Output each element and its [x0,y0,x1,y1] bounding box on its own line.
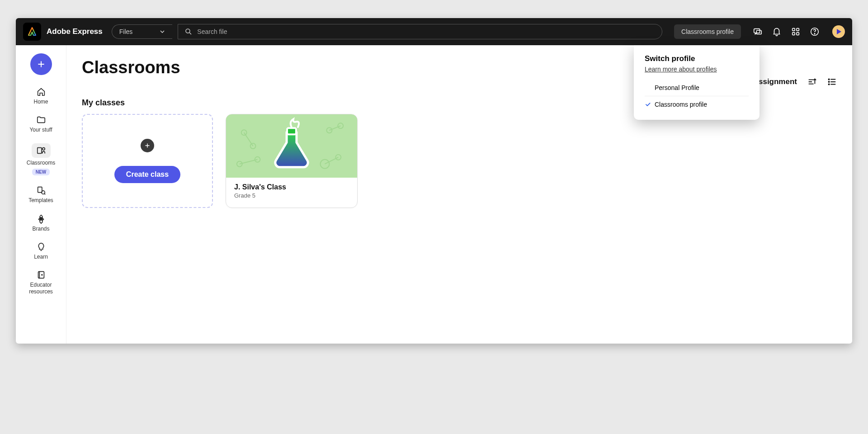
svg-point-17 [41,274,42,275]
class-card-body: J. Silva's Class Grade 5 [226,178,357,204]
check-icon [645,101,651,108]
folder-icon [36,115,46,125]
profile-option-classrooms[interactable]: Classrooms profile [645,96,749,113]
svg-line-1 [190,33,192,34]
svg-rect-4 [793,28,795,31]
panel-title: Switch profile [645,54,749,63]
brands-icon: B [36,214,46,224]
list-view-icon[interactable] [827,77,837,87]
nav-label: Home [33,99,48,105]
adobe-express-logo-icon [27,26,38,37]
sidebar-item-learn[interactable]: Learn [16,239,66,263]
app-logo[interactable] [23,23,41,41]
grid-icon[interactable] [791,27,801,37]
nav-label: Learn [34,254,48,260]
learn-more-profiles-link[interactable]: Learn more about profiles [645,66,717,73]
sidebar-item-templates[interactable]: Templates [16,183,66,206]
chat-icon[interactable] [753,27,763,37]
profile-option-label: Classrooms profile [655,101,707,108]
create-class-button[interactable]: Create class [114,166,180,183]
chevron-down-icon [160,29,165,34]
switch-profile-panel: Switch profile Learn more about profiles… [634,45,760,120]
svg-rect-6 [793,33,795,35]
nav-label: Brands [32,226,49,232]
home-icon [36,87,46,97]
class-card[interactable]: J. Silva's Class Grade 5 [226,114,358,208]
search-input[interactable] [197,28,656,35]
svg-rect-3 [756,30,761,34]
svg-rect-7 [797,33,799,35]
profile-option-personal[interactable]: Personal Profile [645,80,749,96]
svg-point-20 [828,81,829,82]
sidebar-item-home[interactable]: Home [16,84,66,108]
svg-rect-5 [797,28,799,31]
class-name: J. Silva's Class [234,183,349,191]
svg-rect-16 [38,272,44,278]
classes-row: Create class [82,114,837,208]
search-bar[interactable] [178,24,662,39]
classrooms-icon [36,146,46,156]
sort-icon[interactable] [807,77,817,87]
nav-label: Templates [28,197,53,203]
files-dropdown-label: Files [119,28,133,35]
sidebar-item-brands[interactable]: B Brands [16,211,66,235]
brand-name: Adobe Express [47,27,103,36]
user-avatar[interactable] [832,25,845,38]
svg-point-12 [42,147,45,150]
app-window: Adobe Express Files Classrooms profile [16,18,852,344]
resources-icon [36,270,46,280]
header-icon-group [753,25,845,38]
create-class-card[interactable]: Create class [82,114,213,208]
sidebar-item-your-stuff[interactable]: Your stuff [16,112,66,136]
bell-icon[interactable] [772,27,782,37]
plus-icon [141,139,154,152]
files-dropdown[interactable]: Files [112,24,173,39]
profile-selector-button[interactable]: Classrooms profile [674,24,741,39]
help-icon[interactable] [810,27,820,37]
create-new-button[interactable] [30,53,52,75]
sidebar-item-classrooms[interactable]: Classrooms NEW [16,141,66,178]
templates-icon [36,185,46,195]
nav-label: Your stuff [29,127,52,133]
header-bar: Adobe Express Files Classrooms profile [16,18,852,45]
sidebar-item-educator-resources[interactable]: Educator resources [16,267,66,297]
class-card-thumbnail [226,114,357,178]
svg-text:B: B [40,217,42,221]
search-icon [184,28,193,36]
learn-icon [36,242,46,252]
nav-label: Classrooms [27,160,55,166]
new-badge: NEW [32,169,50,175]
svg-rect-11 [37,147,41,153]
svg-point-0 [186,29,190,33]
svg-rect-13 [38,187,42,193]
profile-option-label: Personal Profile [655,84,699,91]
profile-options: Personal Profile Classrooms profile [645,80,749,113]
svg-point-18 [828,79,829,80]
svg-rect-37 [287,128,296,134]
svg-point-22 [828,84,829,85]
nav-label: Educator resources [18,282,64,295]
svg-point-9 [814,33,815,34]
class-grade: Grade 5 [234,192,349,199]
sidebar: Home Your stuff Classrooms NEW Templates… [16,45,66,344]
